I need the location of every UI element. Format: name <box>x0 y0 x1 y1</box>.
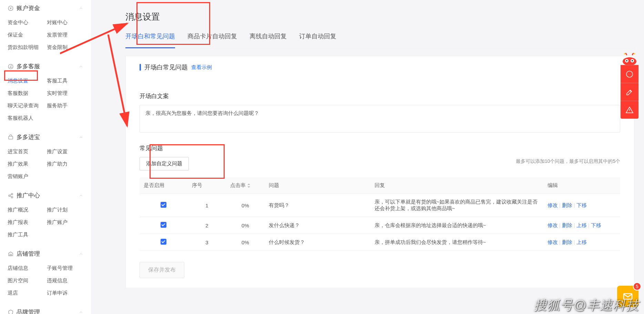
table-header: 问题 <box>265 177 370 194</box>
sidebar-item[interactable]: 发票管理 <box>47 29 83 41</box>
float-alert-button[interactable] <box>621 101 638 119</box>
main-content: 消息设置 开场白和常见问题商品卡片自动回复离线自动回复订单自动回复 开场白常见问… <box>91 0 644 314</box>
op-link[interactable]: 下移 <box>576 202 587 208</box>
sidebar-group[interactable]: 店铺管理 <box>8 246 83 260</box>
sidebar-item[interactable]: 进宝首页 <box>8 145 44 158</box>
sidebar-item[interactable]: 对账中心 <box>47 16 83 29</box>
chevron-up-icon <box>79 193 83 198</box>
op-link[interactable]: 上移 <box>576 222 587 228</box>
op-link[interactable]: 修改 <box>548 222 558 228</box>
op-link[interactable]: 上移 <box>576 239 587 245</box>
cell-question: 发什么快递？ <box>265 217 370 234</box>
tabs-bar: 开场白和常见问题商品卡片自动回复离线自动回复订单自动回复 <box>125 29 634 48</box>
svg-point-6 <box>11 196 13 198</box>
cell-answer: 亲，可以下单就是有货的哦~如果喜欢的商品已售完，建议收藏关注是否还会补货上架，或… <box>370 194 543 217</box>
cell-ops: 修改|删除|上移 <box>543 234 620 251</box>
enable-checkbox[interactable] <box>161 202 166 208</box>
page-title: 消息设置 <box>125 11 634 22</box>
sidebar-item[interactable]: 推广账户 <box>47 216 83 228</box>
svg-point-18 <box>634 53 635 55</box>
sidebar-item <box>47 112 83 124</box>
float-panel <box>621 50 638 119</box>
view-example-link[interactable]: 查看示例 <box>191 64 212 71</box>
cell-ctr: 0% <box>226 217 265 234</box>
tab[interactable]: 订单自动回复 <box>299 32 336 48</box>
sidebar-group[interactable]: 多多进宝 <box>8 129 83 143</box>
tab[interactable]: 离线自动回复 <box>249 32 287 48</box>
sidebar-group[interactable]: ¥账户资金 <box>8 0 83 14</box>
watermark: 搜狐号@丰速科技 <box>534 297 639 314</box>
op-link[interactable]: 删除 <box>562 222 572 228</box>
mail-badge: 5 <box>633 282 641 291</box>
sidebar-item[interactable]: 客服机器人 <box>8 112 44 124</box>
chevron-up-icon <box>79 135 83 140</box>
sidebar-item[interactable]: 资金限制 <box>47 41 83 53</box>
sidebar-item[interactable]: 消息设置 <box>8 75 44 87</box>
sidebar-group-title: 店铺管理 <box>17 250 79 258</box>
enable-checkbox[interactable] <box>161 222 166 228</box>
sidebar-item[interactable]: 图片空间 <box>8 274 44 287</box>
accent-bar <box>140 64 141 71</box>
svg-point-4 <box>9 195 10 196</box>
sidebar-group[interactable]: 推广中心 <box>8 187 83 202</box>
op-link[interactable]: 修改 <box>548 239 558 245</box>
tab[interactable]: 开场白和常见问题 <box>125 32 175 48</box>
faq-table: 是否启用序号点击率问题回复编辑 10%有货吗？亲，可以下单就是有货的哦~如果喜欢… <box>140 177 620 251</box>
sidebar-item[interactable]: 保证金 <box>8 29 44 41</box>
sidebar-item[interactable]: 违规信息 <box>47 274 83 287</box>
sidebar-item[interactable]: 货款扣款明细 <box>8 41 44 53</box>
sort-icon <box>247 183 251 188</box>
float-edit-button[interactable] <box>621 83 638 101</box>
cell-ops: 修改|删除|上移|下移 <box>543 217 620 234</box>
sidebar-item[interactable]: 订单申诉 <box>47 287 83 299</box>
op-link[interactable]: 修改 <box>548 202 558 208</box>
op-link[interactable]: 删除 <box>562 239 572 245</box>
sidebar-group-title: 账户资金 <box>17 4 79 12</box>
svg-line-11 <box>108 35 127 126</box>
sidebar-item[interactable]: 推广效果 <box>8 158 44 170</box>
sidebar-group[interactable]: 品牌管理 <box>8 304 83 314</box>
sidebar-item[interactable]: 店铺信息 <box>8 262 44 274</box>
opening-text-input[interactable]: 亲，很高兴为您服务，请问您要咨询什么问题呢？ <box>140 105 620 133</box>
chevron-up-icon <box>79 64 83 69</box>
svg-point-22 <box>631 74 631 74</box>
sidebar-item[interactable]: 退店 <box>8 287 44 299</box>
op-link[interactable]: 删除 <box>562 202 572 208</box>
sidebar-item[interactable]: 客服数据 <box>8 87 44 99</box>
cell-ctr: 0% <box>226 234 265 251</box>
opening-subtitle: 开场白文案 <box>140 92 620 100</box>
table-header[interactable]: 点击率 <box>226 177 265 194</box>
tab[interactable]: 商品卡片自动回复 <box>187 32 237 48</box>
sidebar-item[interactable]: 推广助力 <box>47 158 83 170</box>
sidebar-item[interactable]: 客服工具 <box>47 75 83 87</box>
cell-answer: 亲，仓库会根据亲的地址选择最合适的快递的哦~ <box>370 217 543 234</box>
sidebar-group-title: 多多进宝 <box>17 133 79 141</box>
enable-checkbox[interactable] <box>161 239 166 245</box>
svg-point-20 <box>628 74 628 74</box>
sidebar-item[interactable]: 推广工具 <box>8 228 44 241</box>
add-question-button[interactable]: 添加自定义问题 <box>140 157 189 170</box>
sidebar-item[interactable]: 营销账户 <box>8 170 44 183</box>
sidebar-item[interactable]: 推广设置 <box>47 145 83 158</box>
sidebar-item[interactable]: 服务助手 <box>47 99 83 112</box>
cell-question: 什么时候发货？ <box>265 234 370 251</box>
table-header: 是否启用 <box>140 177 188 194</box>
cell-idx: 2 <box>188 217 226 234</box>
sidebar-item[interactable]: 实时管理 <box>47 87 83 99</box>
sidebar-item[interactable]: 聊天记录查询 <box>8 99 44 112</box>
sidebar-item[interactable]: 推广报表 <box>8 216 44 228</box>
save-publish-button[interactable]: 保存并发布 <box>140 262 184 278</box>
sidebar-group[interactable]: 多多客服 <box>8 58 83 72</box>
table-row: 20%发什么快递？亲，仓库会根据亲的地址选择最合适的快递的哦~修改|删除|上移|… <box>140 217 620 234</box>
svg-point-24 <box>629 111 630 112</box>
float-chat-button[interactable] <box>621 65 638 83</box>
op-link[interactable]: 下移 <box>591 222 601 228</box>
svg-point-15 <box>626 60 627 61</box>
sidebar-item[interactable]: 推广计划 <box>47 204 83 216</box>
sidebar-item[interactable]: 子账号管理 <box>47 262 83 274</box>
sidebar-item[interactable]: 推广概况 <box>8 204 44 216</box>
sidebar-item <box>47 170 83 183</box>
sidebar-item[interactable]: 资金中心 <box>8 16 44 29</box>
table-row: 30%什么时候发货？亲，拼单成功后我们会尽快发货，请您稍作等待~修改|删除|上移 <box>140 234 620 251</box>
svg-point-5 <box>11 193 13 195</box>
